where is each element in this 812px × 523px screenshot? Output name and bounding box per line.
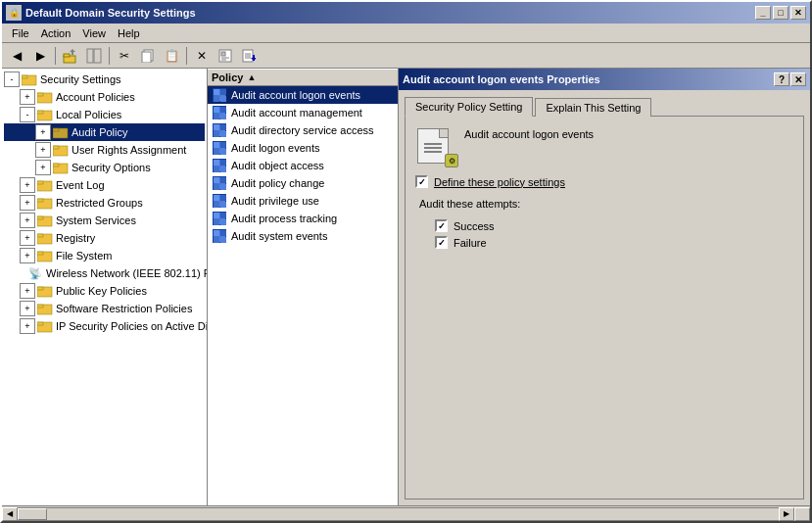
svg-rect-38 bbox=[37, 287, 43, 290]
scrollbar-thumb[interactable] bbox=[18, 508, 47, 520]
delete-button[interactable]: ✕ bbox=[191, 45, 213, 67]
tree-item-audit-policy[interactable]: + Audit Policy bbox=[4, 123, 205, 141]
label-file-system: File System bbox=[56, 250, 112, 262]
list-item-3[interactable]: Audit logon events bbox=[208, 139, 398, 157]
cut-button[interactable]: ✂ bbox=[114, 45, 135, 67]
svg-rect-1 bbox=[64, 54, 70, 57]
tree-item-event-log[interactable]: + Event Log bbox=[4, 176, 205, 194]
success-checkbox-row: Success bbox=[435, 219, 793, 232]
expander-security-settings[interactable]: - bbox=[4, 71, 20, 87]
maximize-button[interactable]: □ bbox=[773, 6, 788, 20]
menu-help[interactable]: Help bbox=[112, 25, 146, 41]
label-software-restriction: Software Restriction Policies bbox=[56, 303, 192, 314]
list-item-7[interactable]: Audit process tracking bbox=[208, 210, 398, 227]
tab-explain-setting[interactable]: Explain This Setting bbox=[535, 98, 651, 117]
label-restricted-groups: Restricted Groups bbox=[56, 197, 143, 209]
dialog-close-button[interactable]: ✕ bbox=[790, 72, 806, 86]
export-list-button[interactable] bbox=[238, 45, 260, 67]
bottom-bar: ◀ ▶ bbox=[2, 505, 810, 521]
expander-software-restriction[interactable]: + bbox=[20, 301, 35, 316]
tree-item-registry[interactable]: + Registry bbox=[4, 229, 205, 247]
expander-public-key[interactable]: + bbox=[20, 283, 35, 299]
failure-checkbox[interactable] bbox=[435, 236, 448, 249]
dialog-help-button[interactable]: ? bbox=[774, 72, 789, 86]
tree-item-security-options[interactable]: + Security Options bbox=[4, 159, 205, 176]
svg-rect-22 bbox=[53, 128, 59, 131]
tree-item-local-policies[interactable]: - Local Policies bbox=[4, 106, 205, 123]
tree-item-public-key[interactable]: + Public Key Policies bbox=[4, 282, 205, 300]
minimize-button[interactable]: _ bbox=[755, 6, 771, 20]
gear-overlay-icon: ⚙ bbox=[445, 154, 458, 167]
tree-item-system-services[interactable]: + System Services bbox=[4, 212, 205, 229]
show-hide-tree-button[interactable] bbox=[83, 45, 105, 67]
tree-item-ip-security[interactable]: + IP Security Policies on Active Dire bbox=[4, 317, 205, 335]
expander-restricted-groups[interactable]: + bbox=[20, 195, 35, 211]
tree-item-wireless[interactable]: 📡 Wireless Network (IEEE 802.11) P bbox=[4, 264, 205, 282]
svg-rect-16 bbox=[22, 75, 27, 78]
tree-item-account-policies[interactable]: + Account Policies bbox=[4, 88, 205, 106]
define-policy-checkbox[interactable] bbox=[415, 175, 428, 188]
list-header[interactable]: Policy ▲ bbox=[208, 69, 398, 86]
scroll-left-button[interactable]: ◀ bbox=[2, 507, 18, 521]
list-item-5[interactable]: Audit policy change bbox=[208, 174, 398, 192]
svg-rect-3 bbox=[94, 49, 101, 63]
list-item-2[interactable]: Audit directory service access bbox=[208, 121, 398, 139]
window-title: Default Domain Security Settings bbox=[25, 7, 196, 19]
expander-registry[interactable]: + bbox=[20, 230, 35, 246]
tree-item-file-system[interactable]: + File System bbox=[4, 247, 205, 264]
expander-event-log[interactable]: + bbox=[20, 177, 35, 193]
folder-icon-security-settings bbox=[22, 71, 37, 87]
tree-panel[interactable]: - Security Settings + Account Policies bbox=[2, 69, 208, 505]
success-checkbox[interactable] bbox=[435, 219, 448, 232]
list-item-6[interactable]: Audit privilege use bbox=[208, 192, 398, 210]
svg-rect-26 bbox=[53, 164, 59, 166]
list-item-label-3: Audit logon events bbox=[231, 142, 320, 154]
expander-user-rights[interactable]: + bbox=[35, 142, 51, 158]
label-wireless: Wireless Network (IEEE 802.11) P bbox=[46, 267, 208, 279]
paste-button[interactable]: 📋 bbox=[161, 45, 182, 67]
folder-icon-registry bbox=[37, 230, 53, 246]
tree-item-security-settings[interactable]: - Security Settings bbox=[4, 71, 205, 88]
list-item-0[interactable]: Audit account logon events bbox=[208, 86, 398, 104]
copy-button[interactable] bbox=[137, 45, 159, 67]
expander-security-options[interactable]: + bbox=[35, 160, 51, 175]
tree-item-user-rights[interactable]: + User Rights Assignment bbox=[4, 141, 205, 159]
svg-rect-34 bbox=[37, 234, 43, 237]
label-ip-security: IP Security Policies on Active Dire bbox=[56, 320, 208, 332]
list-item-8[interactable]: Audit system events bbox=[208, 227, 398, 245]
menu-action[interactable]: Action bbox=[35, 25, 77, 41]
menu-file[interactable]: File bbox=[6, 25, 35, 41]
label-audit-policy: Audit Policy bbox=[72, 126, 127, 138]
dialog-title-buttons: ? ✕ bbox=[774, 72, 806, 86]
failure-label: Failure bbox=[454, 237, 487, 249]
tree-item-restricted-groups[interactable]: + Restricted Groups bbox=[4, 194, 205, 212]
list-item-1[interactable]: Audit account management bbox=[208, 104, 398, 121]
content-area: - Security Settings + Account Policies bbox=[2, 69, 810, 505]
policy-title-text: Audit account logon events bbox=[464, 126, 594, 140]
forward-button[interactable]: ▶ bbox=[29, 45, 51, 67]
tree-panel-inner: - Security Settings + Account Policies bbox=[2, 69, 207, 337]
tab-content-inner: ⚙ Audit account logon events Define thes… bbox=[415, 126, 793, 249]
up-folder-button[interactable] bbox=[60, 45, 81, 67]
close-button[interactable]: ✕ bbox=[790, 6, 806, 20]
expander-file-system[interactable]: + bbox=[20, 248, 35, 263]
tab-security-policy-setting[interactable]: Security Policy Setting bbox=[405, 97, 533, 117]
expander-local-policies[interactable]: - bbox=[20, 107, 35, 122]
doc-line-1 bbox=[424, 143, 442, 145]
scrollbar-track[interactable] bbox=[18, 507, 779, 521]
menu-view[interactable]: View bbox=[76, 25, 112, 41]
tree-item-software-restriction[interactable]: + Software Restriction Policies bbox=[4, 300, 205, 317]
folder-icon-software-restriction bbox=[37, 301, 53, 316]
attempts-checkboxes: Success Failure bbox=[435, 219, 793, 249]
properties-button[interactable] bbox=[215, 45, 236, 67]
folder-icon-user-rights bbox=[53, 142, 69, 158]
back-button[interactable]: ◀ bbox=[6, 45, 27, 67]
expander-ip-security[interactable]: + bbox=[20, 318, 35, 334]
expander-audit-policy[interactable]: + bbox=[35, 124, 51, 140]
folder-icon-local-policies bbox=[37, 107, 53, 122]
scroll-right-button[interactable]: ▶ bbox=[779, 507, 794, 521]
expander-system-services[interactable]: + bbox=[20, 213, 35, 228]
sort-icon: ▲ bbox=[247, 72, 256, 82]
expander-account-policies[interactable]: + bbox=[20, 89, 35, 105]
list-item-4[interactable]: Audit object access bbox=[208, 157, 398, 174]
